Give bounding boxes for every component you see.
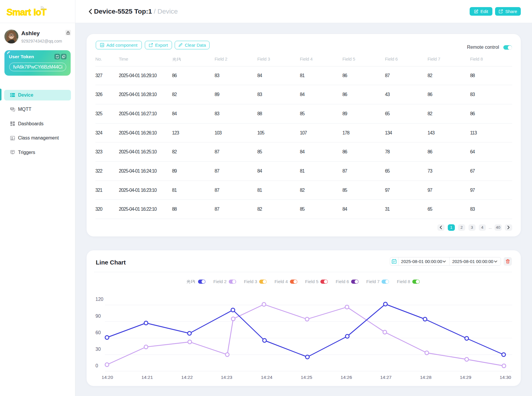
- svg-text:14:23: 14:23: [221, 375, 232, 380]
- svg-text:14:25: 14:25: [301, 375, 312, 380]
- svg-text:14:24: 14:24: [261, 375, 273, 380]
- svg-text:14:29: 14:29: [460, 375, 471, 380]
- svg-text:14:21: 14:21: [142, 375, 153, 380]
- svg-text:14:27: 14:27: [380, 375, 392, 380]
- svg-text:120: 120: [95, 297, 103, 302]
- svg-text:14:26: 14:26: [340, 375, 352, 380]
- svg-text:14:22: 14:22: [181, 375, 193, 380]
- svg-text:14:20: 14:20: [102, 375, 113, 380]
- svg-text:14:30: 14:30: [500, 375, 511, 380]
- svg-text:14:28: 14:28: [420, 375, 432, 380]
- svg-text:0: 0: [95, 363, 98, 368]
- svg-text:30: 30: [95, 347, 101, 352]
- svg-text:60: 60: [95, 330, 101, 335]
- svg-text:90: 90: [95, 314, 101, 319]
